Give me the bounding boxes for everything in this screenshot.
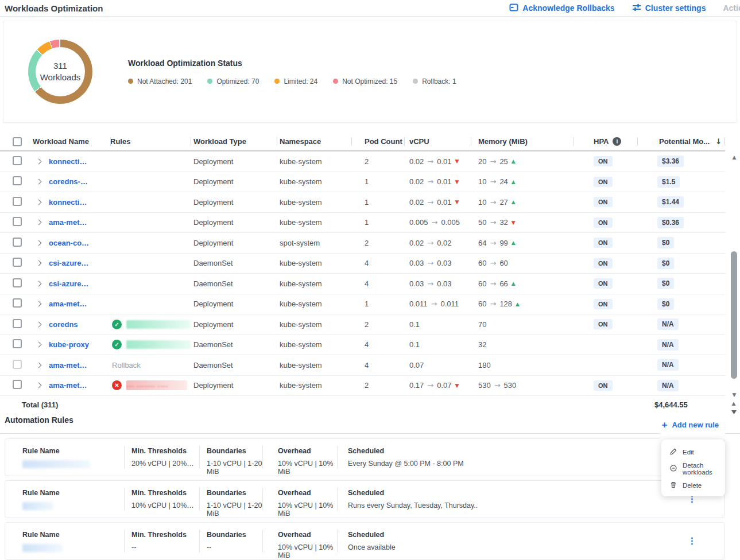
vcpu-cell: 0.02→0.02 xyxy=(404,239,471,247)
expand-chevron-icon[interactable] xyxy=(36,199,41,205)
cluster-settings-button[interactable]: Cluster settings xyxy=(632,3,706,14)
workload-name-cell: konnecti… xyxy=(48,198,110,207)
row-checkbox[interactable] xyxy=(13,319,22,328)
row-checkbox[interactable] xyxy=(13,278,22,287)
row-checkbox[interactable] xyxy=(13,156,22,165)
boundaries-column: Boundaries1-10 vCPU | 1-20 MiB xyxy=(199,481,262,518)
potential-savings-cell: $3.36 xyxy=(637,155,725,167)
menu-item-detach-workloads[interactable]: Detach workloads xyxy=(661,460,725,477)
table-scrollbar[interactable]: ▲ ▼ xyxy=(730,154,738,398)
workload-name-link[interactable]: ama-met… xyxy=(49,300,87,308)
rule-menu-kebab-icon[interactable] xyxy=(689,535,695,547)
expand-chevron-icon[interactable] xyxy=(36,260,41,266)
expand-chevron-icon[interactable] xyxy=(36,179,41,185)
row-checkbox[interactable] xyxy=(13,298,22,308)
workload-type-cell: Deployment xyxy=(191,198,277,207)
vcpu-recommended-value: 0.01 xyxy=(437,177,451,186)
add-new-rule-button[interactable]: + Add new rule xyxy=(661,421,719,429)
rule-attached-check-icon: ✓ xyxy=(112,320,122,329)
column-header-workload-type[interactable]: Workload Type xyxy=(191,133,277,150)
column-header-workload-name[interactable]: Workload Name xyxy=(29,133,110,150)
column-header-vcpu[interactable]: vCPU xyxy=(404,133,471,150)
namespace-cell: kube-system xyxy=(277,361,351,370)
table-row: coredns✓Deploymentkube-system20.170ONN/A xyxy=(0,314,725,335)
vcpu-current-value: 0.02 xyxy=(409,198,424,207)
scheduled-value: Runs every Sunday, Tuesday, Thursday.. xyxy=(348,501,724,510)
column-header-namespace[interactable]: Namespace xyxy=(277,133,351,150)
arrow-right-icon: → xyxy=(427,239,433,247)
menu-item-edit[interactable]: Edit xyxy=(661,444,725,460)
workload-name-link[interactable]: coredns xyxy=(49,320,78,329)
sort-desc-icon[interactable]: ↓ xyxy=(715,137,722,146)
redacted-rule-error: --- ------- ---- xyxy=(126,380,187,390)
workload-name-link[interactable]: ama-met… xyxy=(49,381,87,390)
column-header-potential[interactable]: Potential Mo... ↓ xyxy=(637,133,725,150)
actions-button[interactable]: Action xyxy=(723,3,740,13)
acknowledge-rollbacks-button[interactable]: Acknowledge Rollbacks xyxy=(509,3,614,14)
table-row: ama-met…Deploymentkube-system10.011→0.01… xyxy=(0,294,725,315)
page-scroll-up-arrow[interactable]: ▲ xyxy=(730,400,738,407)
row-checkbox[interactable] xyxy=(13,217,22,226)
potential-savings-cell: N/A xyxy=(637,339,725,351)
expand-chevron-icon[interactable] xyxy=(36,362,41,368)
overhead-value: 10% vCPU | 10% MiB xyxy=(278,460,337,476)
column-header-memory[interactable]: Memory (MiB) xyxy=(471,133,574,150)
status-title: Workload Optimization Status xyxy=(128,59,456,68)
row-checkbox[interactable] xyxy=(13,197,22,206)
row-checkbox[interactable] xyxy=(13,339,22,348)
row-select-cell xyxy=(0,156,29,167)
workload-name-link[interactable]: konnecti… xyxy=(49,198,87,207)
select-all-checkbox[interactable] xyxy=(13,137,22,146)
expand-chevron-icon[interactable] xyxy=(36,301,41,307)
menu-item-delete[interactable]: Delete xyxy=(661,477,725,493)
row-select-cell xyxy=(0,360,29,371)
row-checkbox[interactable] xyxy=(13,176,22,185)
vcpu-cell: 0.07 xyxy=(404,361,471,370)
expand-chevron-icon[interactable] xyxy=(36,240,41,246)
memory-cell: 530→530 xyxy=(471,381,574,390)
expand-chevron-icon[interactable] xyxy=(36,342,41,348)
rules-cell: ✓ xyxy=(110,320,191,329)
potential-savings-badge: N/A xyxy=(657,318,679,330)
workload-name-link[interactable]: kube-proxy xyxy=(49,340,89,349)
workload-name-link[interactable]: csi-azure… xyxy=(49,259,88,267)
workload-name-link[interactable]: ama-met… xyxy=(49,218,87,227)
workload-name-link[interactable]: konnecti… xyxy=(49,157,87,166)
potential-savings-cell: $1.44 xyxy=(637,196,725,208)
row-checkbox[interactable] xyxy=(13,380,22,389)
column-header-hpa[interactable]: HPA i xyxy=(574,133,637,150)
boundaries-column: Boundaries1-10 vCPU | 1-20 MiB xyxy=(199,439,262,476)
row-checkbox[interactable] xyxy=(13,258,22,267)
hpa-info-icon[interactable]: i xyxy=(613,137,621,146)
scrollbar-thumb[interactable] xyxy=(731,251,737,379)
workload-name-link[interactable]: csi-azure… xyxy=(49,279,88,288)
trend-up-icon: ▲ xyxy=(512,281,516,286)
vcpu-current-value: 0.02 xyxy=(409,239,424,247)
namespace-cell: kube-system xyxy=(277,218,351,227)
workload-name-link[interactable]: ocean-co… xyxy=(49,239,89,247)
workload-name-link[interactable]: coredns-… xyxy=(49,177,88,186)
workload-name-cell: ama-met… xyxy=(48,218,110,227)
vcpu-cell: 0.02→0.01▼ xyxy=(404,198,471,207)
namespace-cell: kube-system xyxy=(277,279,351,288)
expand-chevron-icon[interactable] xyxy=(36,158,41,164)
column-header-pod-count[interactable]: Pod Count xyxy=(351,133,404,150)
page-scrollbar[interactable]: ▲ xyxy=(730,400,738,414)
workload-name-link[interactable]: ama-met… xyxy=(49,361,87,370)
rules-cell: Rollback xyxy=(110,361,191,370)
redacted-rule-name xyxy=(126,340,191,349)
boundaries-label: Boundaries xyxy=(207,531,262,539)
expand-chevron-icon[interactable] xyxy=(36,220,41,225)
actions-label: Action xyxy=(723,3,740,13)
row-checkbox[interactable] xyxy=(13,360,22,369)
expand-chevron-icon[interactable] xyxy=(36,383,41,388)
potential-savings-cell: N/A xyxy=(637,318,725,330)
row-checkbox[interactable] xyxy=(13,238,22,247)
scroll-up-arrow[interactable]: ▲ xyxy=(730,154,738,161)
arrow-right-icon: → xyxy=(427,198,433,207)
expand-chevron-icon[interactable] xyxy=(36,321,41,327)
column-header-rules[interactable]: Rules xyxy=(110,133,191,150)
page-scroll-down-arrow[interactable] xyxy=(731,410,737,414)
expand-chevron-icon[interactable] xyxy=(36,281,41,286)
workload-type-cell: Deployment xyxy=(191,300,277,308)
